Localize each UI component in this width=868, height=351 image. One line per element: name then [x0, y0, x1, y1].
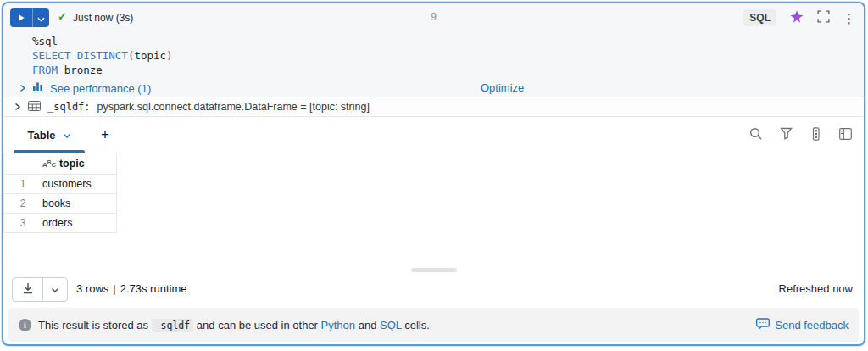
- data-profile-button[interactable]: [810, 127, 822, 143]
- tab-table-label: Table: [28, 129, 56, 142]
- add-visualization-button[interactable]: +: [92, 117, 119, 153]
- row-number: 3: [4, 214, 42, 233]
- result-table: ABCtopic 1 customers 2 books 3 orders: [3, 153, 117, 233]
- chevron-right-icon[interactable]: [14, 99, 21, 114]
- chevron-right-icon[interactable]: [19, 81, 26, 96]
- code-magic-command: %sql: [32, 35, 58, 47]
- sqldf-variable-name: _sqldf:: [47, 101, 91, 113]
- notebook-cell: ✓ Just now (3s) 9 SQL: [2, 2, 865, 346]
- results-toolbar-icons: [749, 117, 852, 153]
- cell-toolbar-actions: SQL ⋮: [743, 8, 855, 28]
- results-footer: 3 rows|2.73s runtime Refreshed now: [3, 276, 864, 304]
- search-icon: [749, 127, 763, 143]
- language-selector-button[interactable]: SQL: [743, 9, 776, 26]
- download-icon: [22, 282, 34, 297]
- python-link[interactable]: Python: [321, 319, 355, 332]
- cell-topic: books: [42, 194, 117, 214]
- summary-separator: |: [113, 282, 115, 295]
- cell-topic: customers: [42, 175, 117, 194]
- sqldf-type-info: pyspark.sql.connect.dataframe.DataFrame …: [97, 101, 370, 113]
- code-keyword: FROM: [32, 64, 58, 76]
- schema-panel-button[interactable]: [839, 128, 852, 142]
- send-feedback-label: Send feedback: [775, 319, 849, 332]
- code-identifier: topic: [134, 49, 166, 62]
- refreshed-status: Refreshed now: [779, 282, 853, 295]
- run-button[interactable]: [10, 8, 32, 27]
- runtime: 2.73s runtime: [120, 282, 187, 295]
- download-options-button[interactable]: [42, 278, 67, 301]
- cell-menu-button[interactable]: ⋮: [843, 12, 855, 25]
- send-feedback-link[interactable]: Send feedback: [756, 318, 849, 332]
- fullscreen-brackets-icon: [817, 10, 830, 25]
- play-icon: [17, 12, 25, 25]
- search-button[interactable]: [749, 127, 763, 143]
- sql-link[interactable]: SQL: [380, 319, 402, 332]
- table-header-row: ABCtopic: [4, 153, 117, 175]
- data-profile-icon: [810, 127, 822, 143]
- table-grid-icon: [28, 99, 41, 114]
- code-paren-close: ): [166, 49, 173, 62]
- download-button-group: [12, 277, 68, 302]
- download-button[interactable]: [13, 278, 42, 301]
- chevron-down-icon: [63, 127, 71, 142]
- run-options-button[interactable]: [32, 8, 49, 27]
- row-number: 2: [4, 194, 42, 214]
- row-count: 3 rows: [76, 282, 108, 295]
- sqldf-info-bar: i This result is stored as _sqldf and ca…: [8, 308, 859, 342]
- see-performance-link[interactable]: See performance (1): [50, 82, 151, 95]
- sqldf-result-row[interactable]: _sqldf: pyspark.sql.connect.dataframe.Da…: [3, 97, 864, 117]
- row-number: 1: [4, 175, 42, 194]
- results-tab-bar: Table +: [3, 117, 864, 153]
- run-button-group: [10, 8, 49, 27]
- success-check-icon: ✓: [58, 10, 67, 23]
- filter-button[interactable]: [780, 127, 793, 142]
- chat-bubble-icon: [756, 318, 770, 332]
- row-number-header: [4, 153, 42, 175]
- cell-editor-area: ✓ Just now (3s) 9 SQL: [3, 3, 864, 97]
- optimize-link[interactable]: Optimize: [481, 81, 524, 94]
- assistant-sparkle-icon: [789, 9, 804, 27]
- table-row: 2 books: [4, 194, 117, 214]
- code-identifier: bronze: [64, 64, 103, 76]
- side-panel-icon: [839, 128, 852, 142]
- result-summary: 3 rows|2.73s runtime: [76, 282, 186, 295]
- code-editor[interactable]: %sql SELECT DISTINCT(topic) FROMbronze: [32, 34, 173, 77]
- info-message: This result is stored as _sqldf and can …: [38, 319, 430, 332]
- table-row: 1 customers: [4, 175, 117, 194]
- info-icon: i: [19, 319, 31, 332]
- expand-cell-button[interactable]: [817, 10, 830, 25]
- assistant-button[interactable]: [789, 9, 804, 27]
- performance-row: See performance (1): [19, 80, 151, 97]
- chevron-down-icon: [51, 283, 59, 296]
- string-type-icon: ABC: [42, 158, 56, 170]
- table-row: 3 orders: [4, 214, 117, 233]
- run-status-text: Just now (3s): [73, 12, 133, 24]
- sqldf-code-chip: _sqldf: [152, 319, 194, 332]
- bar-chart-icon: [32, 81, 44, 96]
- code-keyword: SELECT DISTINCT: [32, 49, 128, 62]
- resize-handle[interactable]: [411, 268, 457, 272]
- cell-topic: orders: [42, 214, 117, 233]
- column-header-topic[interactable]: ABCtopic: [42, 153, 117, 175]
- filter-icon: [780, 127, 793, 142]
- tab-table[interactable]: Table: [14, 117, 85, 153]
- chevron-down-icon: [37, 12, 45, 25]
